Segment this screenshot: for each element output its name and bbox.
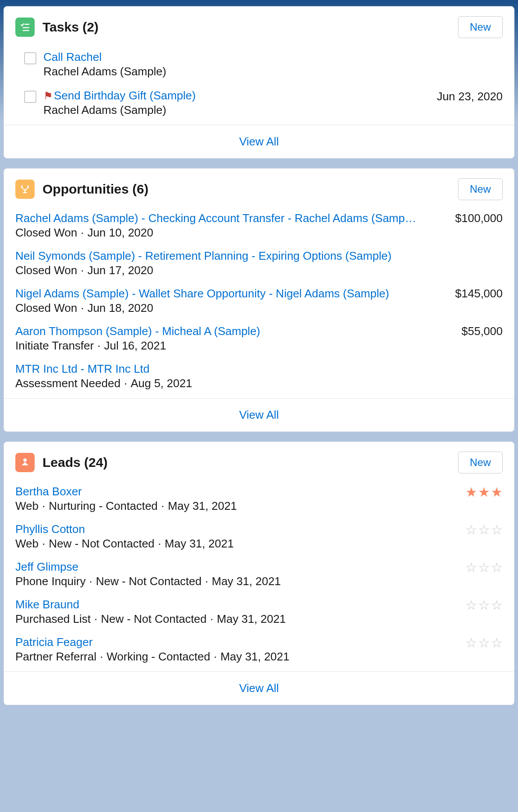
new-opportunity-button[interactable]: New	[458, 178, 503, 200]
opportunity-stage: Assessment Needed	[15, 377, 121, 390]
lead-main: Patricia FeagerPartner Referral·Working …	[15, 635, 465, 664]
lead-subtitle: Web·New - Not Contacted·May 31, 2021	[15, 537, 465, 551]
star-icon[interactable]: ☆	[465, 523, 477, 537]
star-icon[interactable]: ☆	[491, 636, 503, 650]
opportunity-stage: Closed Won	[15, 301, 77, 314]
lead-status: Working - Contacted	[106, 650, 210, 663]
separator: ·	[42, 499, 45, 512]
leads-header: Leads (24) New	[4, 442, 514, 477]
opportunity-stage: Closed Won	[15, 226, 77, 239]
separator: ·	[89, 575, 92, 588]
opportunity-row: Nigel Adams (Sample) - Wallet Share Oppo…	[15, 282, 503, 319]
lead-link[interactable]: Bertha Boxer	[15, 485, 82, 498]
star-icon[interactable]: ☆	[491, 561, 503, 574]
task-subtitle: Rachel Adams (Sample)	[43, 103, 437, 117]
opportunities-card: Opportunities (6) New Rachel Adams (Samp…	[4, 168, 514, 432]
separator: ·	[81, 264, 84, 277]
lead-rating[interactable]: ☆☆☆	[465, 598, 503, 612]
star-icon[interactable]: ★	[465, 486, 477, 499]
star-icon[interactable]: ☆	[478, 599, 490, 612]
opportunity-date: Jun 18, 2020	[87, 301, 153, 314]
lead-rating[interactable]: ☆☆☆	[465, 635, 503, 650]
opportunity-subtitle: Initiate Transfer·Jul 16, 2021	[15, 339, 459, 353]
lead-date: May 31, 2021	[168, 499, 237, 512]
leads-view-all[interactable]: View All	[4, 671, 514, 705]
lead-rating[interactable]: ☆☆☆	[465, 560, 503, 574]
task-row: ⚑Send Birthday Gift (Sample)Rachel Adams…	[15, 83, 503, 121]
opportunity-date: Jul 16, 2021	[104, 339, 166, 352]
lead-link[interactable]: Mike Braund	[15, 598, 79, 611]
separator: ·	[124, 377, 127, 390]
star-icon[interactable]: ☆	[465, 636, 477, 650]
opportunity-row: Aaron Thompson (Sample) - Micheal A (Sam…	[15, 319, 503, 357]
opportunity-amount: $100,000	[453, 212, 503, 225]
lead-status: New - Not Contacted	[49, 537, 154, 550]
lead-row: Bertha BoxerWeb·Nurturing - Contacted·Ma…	[15, 480, 503, 517]
new-lead-button[interactable]: New	[458, 452, 503, 473]
separator: ·	[42, 537, 45, 550]
task-date: Jun 23, 2020	[437, 89, 503, 103]
task-checkbox[interactable]	[24, 91, 36, 103]
opportunity-date: Aug 5, 2021	[131, 377, 192, 390]
opportunity-amount: $145,000	[453, 287, 503, 300]
tasks-list: Call RachelRachel Adams (Sample)⚑Send Bi…	[4, 42, 514, 121]
lead-subtitle: Phone Inquiry·New - Not Contacted·May 31…	[15, 575, 465, 588]
lead-date: May 31, 2021	[165, 537, 234, 550]
star-icon[interactable]: ☆	[465, 599, 477, 612]
opportunities-view-all[interactable]: View All	[4, 398, 514, 431]
star-icon[interactable]: ★	[491, 486, 503, 499]
star-icon[interactable]: ☆	[491, 599, 503, 612]
task-link[interactable]: Send Birthday Gift (Sample)	[54, 89, 196, 102]
lead-source: Web	[15, 499, 39, 512]
star-icon[interactable]: ☆	[478, 561, 490, 574]
new-task-button[interactable]: New	[458, 16, 503, 38]
lead-row: Phyllis CottonWeb·New - Not Contacted·Ma…	[15, 517, 503, 555]
lead-main: Jeff GlimpsePhone Inquiry·New - Not Cont…	[15, 560, 465, 588]
task-checkbox[interactable]	[24, 52, 36, 64]
task-link[interactable]: Call Rachel	[43, 50, 102, 64]
opportunity-main: Neil Symonds (Sample) - Retirement Plann…	[15, 249, 503, 277]
star-icon[interactable]: ★	[478, 486, 490, 499]
opportunities-title: Opportunities (6)	[43, 182, 458, 197]
opportunity-link[interactable]: Aaron Thompson (Sample) - Micheal A (Sam…	[15, 325, 459, 338]
separator: ·	[97, 339, 100, 352]
separator: ·	[214, 650, 217, 663]
opportunity-link[interactable]: Neil Symonds (Sample) - Retirement Plann…	[15, 249, 503, 263]
separator: ·	[158, 537, 161, 550]
tasks-card: Tasks (2) New Call RachelRachel Adams (S…	[4, 6, 514, 159]
opportunity-subtitle: Closed Won·Jun 18, 2020	[15, 301, 453, 315]
opportunity-stage: Initiate Transfer	[15, 339, 94, 352]
lead-main: Bertha BoxerWeb·Nurturing - Contacted·Ma…	[15, 485, 465, 513]
lead-source: Partner Referral	[15, 650, 96, 663]
star-icon[interactable]: ☆	[491, 523, 503, 537]
star-icon[interactable]: ☆	[465, 561, 477, 574]
star-icon[interactable]: ☆	[478, 636, 490, 650]
opportunity-link[interactable]: Rachel Adams (Sample) - Checking Account…	[15, 212, 453, 225]
task-main: Call RachelRachel Adams (Sample)	[43, 50, 503, 78]
lead-source: Web	[15, 537, 39, 550]
star-icon[interactable]: ☆	[478, 523, 490, 537]
opportunity-main: MTR Inc Ltd - MTR Inc LtdAssessment Need…	[15, 362, 503, 390]
lead-date: May 31, 2021	[217, 612, 286, 625]
lead-rating[interactable]: ☆☆☆	[465, 523, 503, 537]
opportunities-icon	[15, 180, 35, 199]
lead-rating[interactable]: ★★★	[465, 485, 503, 499]
lead-subtitle: Purchased List·New - Not Contacted·May 3…	[15, 612, 465, 626]
lead-link[interactable]: Patricia Feager	[15, 635, 92, 649]
task-subtitle: Rachel Adams (Sample)	[43, 65, 503, 78]
opportunity-main: Nigel Adams (Sample) - Wallet Share Oppo…	[15, 287, 453, 315]
tasks-view-all[interactable]: View All	[4, 125, 514, 158]
lead-source: Phone Inquiry	[15, 575, 85, 588]
lead-row: Patricia FeagerPartner Referral·Working …	[15, 630, 503, 668]
lead-row: Jeff GlimpsePhone Inquiry·New - Not Cont…	[15, 555, 503, 593]
opportunity-link[interactable]: MTR Inc Ltd - MTR Inc Ltd	[15, 362, 503, 376]
opportunity-stage: Closed Won	[15, 264, 77, 277]
lead-link[interactable]: Phyllis Cotton	[15, 523, 85, 536]
separator: ·	[100, 650, 103, 663]
opportunity-subtitle: Closed Won·Jun 17, 2020	[15, 264, 503, 277]
lead-status: New - Not Contacted	[96, 575, 202, 588]
opportunity-row: Rachel Adams (Sample) - Checking Account…	[15, 206, 503, 244]
lead-source: Purchased List	[15, 612, 91, 625]
opportunity-link[interactable]: Nigel Adams (Sample) - Wallet Share Oppo…	[15, 287, 453, 300]
lead-link[interactable]: Jeff Glimpse	[15, 560, 78, 573]
